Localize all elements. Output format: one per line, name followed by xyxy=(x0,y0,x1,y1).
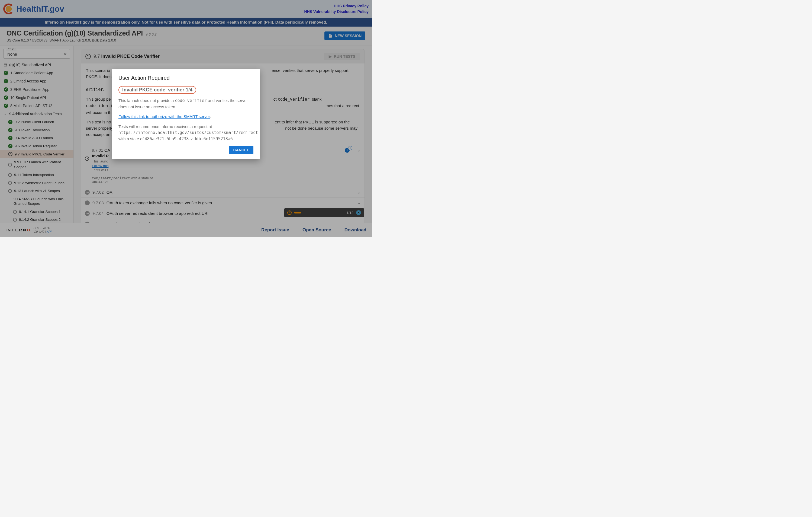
dialog-description: This launch does not provide a code_veri… xyxy=(118,98,253,110)
dialog-redirect-info: Tests will resume once Inferno receives … xyxy=(118,124,253,142)
cancel-button[interactable]: CANCEL xyxy=(229,146,253,154)
authorize-link[interactable]: Follow this link to authorize with the S… xyxy=(118,114,210,119)
dialog-step-pill: Invalid PKCE code_verifier 1/4 xyxy=(118,86,196,94)
dialog-title: User Action Required xyxy=(118,75,253,81)
user-action-dialog: User Action Required Invalid PKCE code_v… xyxy=(112,69,260,159)
